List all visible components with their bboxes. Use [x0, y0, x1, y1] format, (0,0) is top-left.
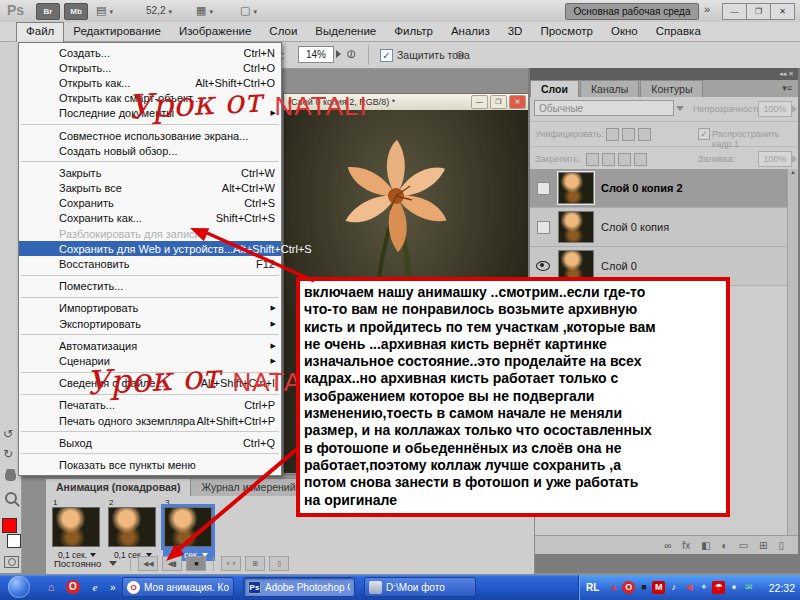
animation-panel-tab[interactable]: Анимация (покадровая)	[46, 479, 191, 496]
file-menu-item[interactable]	[19, 272, 281, 279]
panel-menu-icon[interactable]: ▾≡	[782, 80, 798, 97]
file-menu-item[interactable]	[19, 158, 281, 165]
arrange-documents-icon[interactable]: ▦▾	[196, 4, 213, 17]
adjustment-layer-icon[interactable]: ◐	[722, 540, 728, 551]
protect-tones-checkbox[interactable]: ✓	[380, 49, 393, 62]
dock-collapse-bar[interactable]: ◂◂ ✕	[530, 68, 798, 80]
file-menu-item[interactable]: Закрыть все Alt+Ctrl+W	[19, 181, 281, 196]
file-menu-item[interactable]: Сведения о файле... Alt+Shift+Ctrl+I	[19, 376, 281, 391]
menu-bar-item[interactable]: Фильтр	[385, 22, 442, 42]
delete-layer-icon[interactable]: ▯	[778, 540, 784, 551]
gpu-tray-icon[interactable]: ▲	[607, 581, 620, 594]
doc-restore-button[interactable]: ❐	[490, 95, 507, 109]
first-frame-button[interactable]: ◀◀	[138, 556, 158, 571]
doc-close-button[interactable]: ✕	[509, 95, 526, 109]
propagate-frame-checkbox[interactable]: ✓	[698, 128, 710, 140]
file-menu-item[interactable]	[19, 294, 281, 301]
sound-scheme-tray-icon[interactable]: ◀	[682, 581, 695, 594]
file-menu-item[interactable]: Открыть как... Alt+Shift+Ctrl+O	[19, 75, 281, 90]
opacity-popup-arrow-icon[interactable]	[792, 105, 797, 113]
stop-button[interactable]: ■	[186, 556, 206, 571]
layer-visibility-toggle[interactable]	[535, 221, 551, 234]
file-menu-item[interactable]	[19, 369, 281, 376]
file-menu-item[interactable]: Поместить...	[19, 279, 281, 294]
file-menu-item[interactable]	[19, 331, 281, 338]
rotate-view-tool-icon[interactable]: ↺	[3, 427, 13, 441]
start-button[interactable]	[8, 576, 30, 598]
minimize-button[interactable]: —	[723, 4, 747, 19]
workspace-overflow-chevron[interactable]: »	[704, 3, 710, 15]
ie-quicklaunch-icon[interactable]: e	[88, 580, 102, 594]
unify-style-icon[interactable]	[638, 128, 651, 141]
animation-frame[interactable]: 2 0,1 сек.	[107, 498, 159, 561]
layer-mask-icon[interactable]: ◧	[701, 540, 710, 551]
document-titlebar[interactable]: (Слой 0 копия 2, RGB/8) * — ❐ ✕	[284, 94, 528, 110]
menu-bar-item[interactable]: Редактирование	[64, 22, 170, 42]
animation-panel-tab[interactable]: Журнал измерений	[191, 479, 306, 496]
file-menu-item[interactable]: Показать все пункты меню	[19, 457, 281, 472]
dropdown-arrow-icon[interactable]	[676, 106, 684, 111]
file-menu-item[interactable]: Последние документы ▶	[19, 106, 281, 121]
clock[interactable]: 22:32	[769, 582, 795, 594]
layers-scrollbar[interactable]: ▲	[787, 169, 798, 554]
antivirus-tray-icon[interactable]: ☂	[712, 581, 725, 594]
layers-panel-tab[interactable]: Контуры	[640, 80, 703, 97]
file-menu-item[interactable]: Сохранить для Web и устройств... Alt+Shi…	[19, 241, 281, 256]
unify-visibility-icon[interactable]	[622, 128, 635, 141]
background-color-swatch[interactable]	[7, 534, 21, 548]
zoom-tool-icon[interactable]	[5, 492, 17, 504]
unify-position-icon[interactable]	[606, 128, 619, 141]
hand-tool-icon[interactable]	[5, 472, 16, 481]
file-menu-item[interactable]: Совместное использование экрана...	[19, 128, 281, 143]
screen-mode-icon[interactable]: ▢▾	[240, 4, 257, 17]
duplicate-frame-button[interactable]: ⊞	[245, 556, 265, 571]
file-menu-item[interactable]: Разблокировать для записи...	[19, 226, 281, 241]
file-menu-item[interactable]	[19, 428, 281, 435]
usb-tray-icon[interactable]: ✦	[697, 581, 710, 594]
file-menu-item[interactable]: Создать новый обзор...	[19, 143, 281, 158]
animation-frame[interactable]: 3 0,1 сек.	[163, 498, 215, 561]
file-menu-item[interactable]	[19, 391, 281, 398]
taskbar-task-button[interactable]: D:\Мои фото	[364, 577, 476, 597]
new-layer-icon[interactable]: ⊞	[759, 540, 767, 551]
file-menu-item[interactable]: Выход Ctrl+Q	[19, 435, 281, 450]
tween-button[interactable]: ⚬⚬	[221, 556, 241, 571]
layers-panel-tab[interactable]: Каналы	[580, 80, 639, 97]
show-desktop-icon[interactable]: ⌂	[44, 580, 58, 594]
file-menu-item[interactable]: Печатать... Ctrl+P	[19, 398, 281, 413]
file-menu-item[interactable]: Открыть как смарт-объект...	[19, 91, 281, 106]
menu-bar-item[interactable]: 3D	[499, 22, 532, 42]
foreground-color-swatch[interactable]	[2, 518, 17, 533]
lock-position-icon[interactable]	[618, 153, 631, 166]
layer-group-icon[interactable]: ▭	[739, 540, 748, 551]
workspace-switcher-button[interactable]: Основная рабочая среда	[565, 3, 699, 20]
menu-bar-item[interactable]: Справка	[647, 22, 710, 42]
slider-popup-arrow-icon[interactable]	[336, 50, 341, 58]
zoom-level-control[interactable]: 52,2▾	[146, 5, 172, 16]
quick-launch-overflow-chevron[interactable]: »	[110, 582, 116, 593]
fill-value-field[interactable]: 100%	[758, 151, 792, 167]
app-tray-icon[interactable]: ■	[637, 581, 650, 594]
blend-mode-select[interactable]: Обычные	[534, 100, 674, 116]
restore-button[interactable]: ❐	[747, 4, 771, 19]
opacity-value-field[interactable]: 100%	[758, 101, 792, 117]
file-menu-item[interactable]: Закрыть Ctrl+W	[19, 165, 281, 180]
layers-panel-tab[interactable]: Слои	[530, 80, 579, 97]
delete-frame-button[interactable]: ▯	[269, 556, 289, 571]
layer-row[interactable]: Слой 0 копия 2	[530, 169, 788, 208]
layer-row[interactable]: Слой 0 копия	[530, 208, 788, 247]
messenger-tray-icon[interactable]: ✉	[742, 581, 755, 594]
menu-bar-item[interactable]: Просмотр	[531, 22, 602, 42]
animation-frame[interactable]: 1 0,1 сек.	[51, 498, 103, 561]
3d-rotate-tool-icon[interactable]: ↻	[3, 447, 13, 461]
menu-bar-item[interactable]: Слои	[260, 22, 306, 42]
previous-frame-button[interactable]: ◀▮	[162, 556, 182, 571]
file-menu-item[interactable]: Сохранить Ctrl+S	[19, 196, 281, 211]
bridge-button[interactable]: Br	[36, 3, 60, 20]
taskbar-task-button[interactable]: O Моя анимация. Комм...	[122, 577, 234, 597]
lock-transparency-icon[interactable]	[586, 153, 599, 166]
loop-mode-selector[interactable]: Постоянно	[54, 558, 101, 569]
doc-minimize-button[interactable]: —	[471, 95, 488, 109]
opera-quicklaunch-icon[interactable]: O	[66, 580, 80, 594]
opera-tray-icon[interactable]: O	[622, 581, 635, 594]
